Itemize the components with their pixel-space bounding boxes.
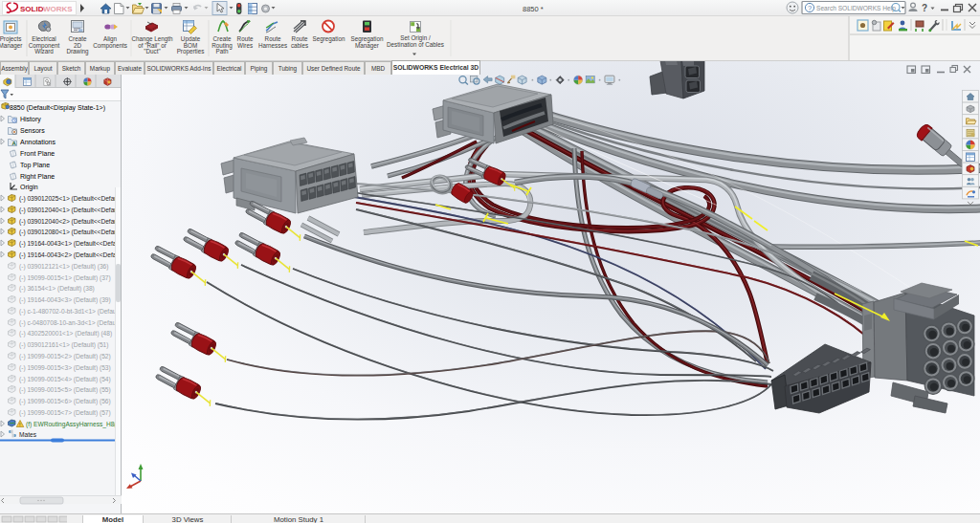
svg-text:8850 (Default<Display State-1>: 8850 (Default<Display State-1>) — [10, 104, 105, 112]
svg-text:A: A — [11, 141, 16, 146]
svg-text:(-) 039012025<1> (Default<<Def: (-) 039012025<1> (Default<<Default — [19, 195, 116, 203]
svg-text:WORKS: WORKS — [43, 5, 73, 13]
svg-text:Annotations: Annotations — [20, 139, 56, 145]
svg-text:(-) 039012040<1> (Default<<Def: (-) 039012040<1> (Default<<Default — [19, 207, 116, 214]
svg-text:(-) 19099-0015<4> (Default) (5: (-) 19099-0015<4> (Default) (54) — [19, 376, 111, 383]
svg-text:?: ? — [808, 4, 812, 12]
svg-text:(f) EWRoutingAssyHarness_H8(: (f) EWRoutingAssyHarness_H8( — [26, 421, 116, 428]
svg-text:(-) 039012121<1> (Default) (36: (-) 039012121<1> (Default) (36) — [19, 263, 108, 271]
svg-text:Origin: Origin — [20, 184, 38, 191]
svg-text:(-) 039012040<2> (Default<<Def: (-) 039012040<2> (Default<<Default — [19, 218, 116, 226]
svg-text:Front Plane: Front Plane — [20, 150, 55, 157]
svg-text:Sensors: Sensors — [20, 127, 45, 134]
svg-text:(-) 19099-0015<1> (Default) (3: (-) 19099-0015<1> (Default) (37) — [19, 274, 111, 282]
svg-text:History: History — [20, 116, 41, 123]
svg-text:(-) 36154<1> (Default) (38): (-) 36154<1> (Default) (38) — [19, 285, 95, 293]
svg-text:Right Plane: Right Plane — [20, 173, 55, 181]
svg-text:(-) 039012080<1> (Default<<Def: (-) 039012080<1> (Default<<Default — [19, 229, 116, 236]
svg-text:(-) 19164-0043<2> (Default<<De: (-) 19164-0043<2> (Default<<Defau — [19, 251, 116, 259]
svg-text:(-) 4302520001<1> (Default) (4: (-) 4302520001<1> (Default) (48) — [19, 330, 112, 338]
svg-text:(-) 19164-0043<3> (Default) (3: (-) 19164-0043<3> (Default) (39) — [19, 296, 111, 304]
svg-text:(-) 19099-0015<7> (Default) (5: (-) 19099-0015<7> (Default) (57) — [19, 409, 111, 417]
svg-text:Search SOLIDWORKS Help: Search SOLIDWORKS Help — [816, 5, 896, 12]
svg-text:(-) c-0480708-10-an-3d<1> (Def: (-) c-0480708-10-an-3d<1> (Default — [19, 319, 116, 327]
svg-text:(-) c-1-480702-0-bt-3d1<1> (De: (-) c-1-480702-0-bt-3d1<1> (Default — [19, 308, 116, 316]
svg-text:(-) 19099-0015<2> (Default) (5: (-) 19099-0015<2> (Default) (52) — [19, 353, 111, 360]
svg-text:(-) 19099-0015<3> (Default) (5: (-) 19099-0015<3> (Default) (53) — [19, 364, 111, 372]
svg-text:?: ? — [922, 3, 927, 13]
svg-text:(-) 039012161<1> (Default) (51: (-) 039012161<1> (Default) (51) — [19, 341, 108, 349]
svg-text:Mates: Mates — [19, 431, 37, 438]
svg-text:(-) 19164-0043<1> (Default<<De: (-) 19164-0043<1> (Default<<Defau — [19, 240, 116, 248]
svg-text:Top Plane: Top Plane — [20, 162, 50, 169]
svg-text:SOLID: SOLID — [20, 5, 44, 13]
svg-text:(-) 19099-0015<5> (Default) (5: (-) 19099-0015<5> (Default) (55) — [19, 386, 111, 394]
svg-text:(-) 19099-0015<6> (Default) (5: (-) 19099-0015<6> (Default) (56) — [19, 398, 111, 405]
